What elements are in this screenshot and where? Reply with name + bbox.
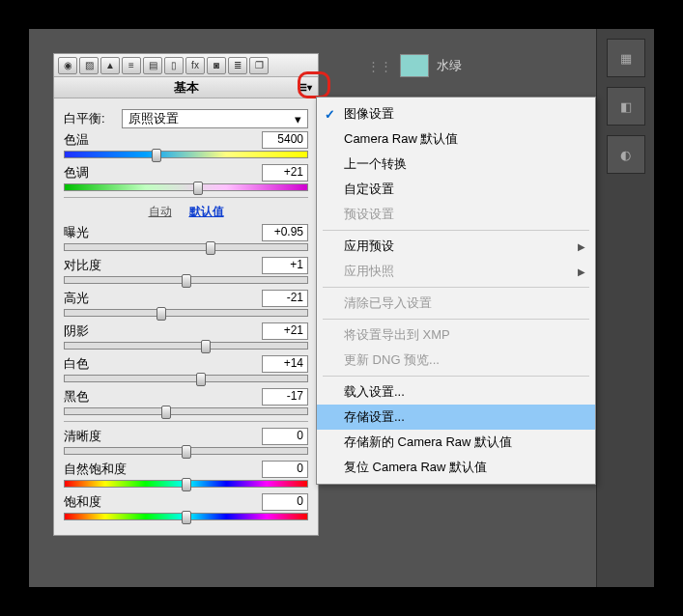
- hsl-icon[interactable]: ≡: [122, 57, 141, 74]
- camera-icon[interactable]: ◙: [207, 57, 226, 74]
- slider-thumb[interactable]: [201, 340, 211, 353]
- split-icon[interactable]: ▤: [143, 57, 162, 74]
- menu-item-label: Camera Raw 默认值: [344, 130, 458, 148]
- clarity-slider: 清晰度0: [64, 428, 308, 455]
- slider-track[interactable]: [64, 309, 308, 317]
- slider-label: 清晰度: [64, 428, 101, 445]
- menu-item-label: 载入设置...: [344, 383, 405, 401]
- slider-value[interactable]: -21: [262, 290, 308, 307]
- slider-track[interactable]: [64, 480, 308, 488]
- menu-separator: [323, 287, 589, 288]
- slider-value[interactable]: -17: [262, 388, 308, 406]
- menu-item-label: 自定设置: [344, 181, 394, 198]
- settings-context-menu: ✓图像设置Camera Raw 默认值上一个转换自定设置预设设置应用预设▶应用快…: [316, 97, 596, 485]
- slider-value[interactable]: 0: [262, 493, 308, 511]
- menu-item[interactable]: 存储设置...: [317, 405, 595, 430]
- menu-item[interactable]: 复位 Camera Raw 默认值: [317, 455, 595, 480]
- menu-separator: [323, 319, 589, 320]
- menu-item[interactable]: 载入设置...: [317, 379, 595, 405]
- toolbar-icon[interactable]: ◧: [607, 87, 645, 126]
- check-icon: ✓: [325, 107, 335, 122]
- snapshot-icon[interactable]: ❐: [249, 57, 269, 74]
- default-link[interactable]: 默认值: [189, 204, 224, 220]
- menu-item-label: 预设设置: [344, 206, 394, 223]
- slider-thumb[interactable]: [161, 406, 171, 419]
- menu-item-label: 应用预设: [344, 238, 394, 255]
- lens-icon[interactable]: ▯: [164, 57, 184, 74]
- detail-icon[interactable]: ▲: [100, 57, 120, 74]
- panel-title-row: 基本 ☰▾: [54, 77, 318, 98]
- slider-thumb[interactable]: [196, 373, 206, 386]
- menu-item[interactable]: Camera Raw 默认值: [317, 126, 595, 152]
- menu-item[interactable]: 存储新的 Camera Raw 默认值: [317, 430, 595, 455]
- menu-item: 应用快照▶: [317, 259, 595, 284]
- slider-thumb[interactable]: [206, 241, 215, 255]
- slider-value[interactable]: +21: [262, 164, 308, 182]
- slider-thumb[interactable]: [157, 307, 166, 321]
- menu-item: 预设设置: [317, 202, 595, 227]
- slider-thumb[interactable]: [152, 149, 161, 162]
- slider-track[interactable]: [64, 276, 308, 284]
- slider-thumb[interactable]: [182, 445, 191, 459]
- shadows-slider: 阴影+21: [64, 322, 308, 350]
- slider-label: 高光: [64, 290, 89, 307]
- slider-thumb[interactable]: [182, 478, 191, 491]
- slider-track[interactable]: [64, 513, 308, 520]
- slider-label: 色调: [64, 164, 89, 182]
- menu-item[interactable]: 应用预设▶: [317, 234, 595, 259]
- menu-item[interactable]: 自定设置: [317, 177, 595, 202]
- menu-item-label: 更新 DNG 预览...: [344, 351, 440, 369]
- tab-icon-row: ◉ ▨ ▲ ≡ ▤ ▯ fx ◙ ≣ ❐: [54, 54, 318, 77]
- slider-thumb[interactable]: [182, 274, 191, 288]
- wb-select[interactable]: 原照设置 ▾: [122, 109, 308, 128]
- color-swatch[interactable]: [400, 54, 429, 77]
- curve-icon[interactable]: ▨: [79, 57, 99, 74]
- panel-title: 基本: [174, 79, 199, 97]
- handle-icon[interactable]: ⋮⋮: [367, 59, 392, 73]
- vibrance-slider: 自然饱和度0: [64, 461, 308, 488]
- menu-item-label: 清除已导入设置: [344, 294, 432, 312]
- slider-thumb[interactable]: [182, 511, 191, 524]
- slider-track[interactable]: [64, 375, 308, 382]
- exposure-slider: 曝光+0.95: [64, 224, 308, 251]
- chevron-down-icon: ▾: [295, 112, 301, 126]
- slider-value[interactable]: 0: [262, 428, 308, 445]
- swatch-bar: ⋮⋮ 水绿: [357, 46, 596, 85]
- highlights-slider: 高光-21: [64, 290, 308, 317]
- slider-value[interactable]: +0.95: [262, 224, 308, 241]
- slider-thumb[interactable]: [193, 182, 203, 195]
- slider-track[interactable]: [64, 183, 308, 191]
- menu-item[interactable]: 上一个转换: [317, 152, 595, 177]
- toolbar-icon[interactable]: ▦: [607, 39, 645, 77]
- slider-track[interactable]: [64, 151, 308, 158]
- slider-value[interactable]: +21: [262, 322, 308, 340]
- slider-track[interactable]: [64, 243, 308, 251]
- white-balance-row: 白平衡: 原照设置 ▾: [64, 109, 308, 128]
- temperature-slider: 色温5400: [64, 131, 308, 158]
- swatch-label: 水绿: [437, 57, 462, 74]
- toolbar-icon[interactable]: ◐: [607, 135, 645, 174]
- menu-separator: [323, 230, 589, 231]
- chevron-right-icon: ▶: [578, 266, 585, 277]
- panel-menu-button[interactable]: ☰▾: [297, 79, 314, 95]
- slider-track[interactable]: [64, 342, 308, 350]
- auto-link[interactable]: 自动: [149, 204, 172, 220]
- menu-item: 将设置导出到 XMP: [317, 322, 595, 348]
- slider-value[interactable]: 0: [262, 461, 308, 478]
- preset-icon[interactable]: ≣: [228, 57, 247, 74]
- menu-item-label: 图像设置: [344, 105, 394, 123]
- slider-track[interactable]: [64, 407, 308, 415]
- fx-icon[interactable]: fx: [185, 57, 205, 74]
- slider-value[interactable]: +14: [262, 355, 308, 373]
- slider-track[interactable]: [64, 447, 308, 455]
- menu-item[interactable]: ✓图像设置: [317, 101, 595, 126]
- whites-slider: 白色+14: [64, 355, 308, 382]
- contrast-slider: 对比度+1: [64, 257, 308, 284]
- menu-item: 更新 DNG 预览...: [317, 348, 595, 373]
- slider-label: 阴影: [64, 322, 89, 340]
- slider-value[interactable]: +1: [262, 257, 308, 274]
- chevron-right-icon: ▶: [578, 241, 585, 252]
- saturation-slider: 饱和度0: [64, 493, 308, 520]
- slider-value[interactable]: 5400: [262, 131, 308, 149]
- aperture-icon[interactable]: ◉: [58, 57, 77, 74]
